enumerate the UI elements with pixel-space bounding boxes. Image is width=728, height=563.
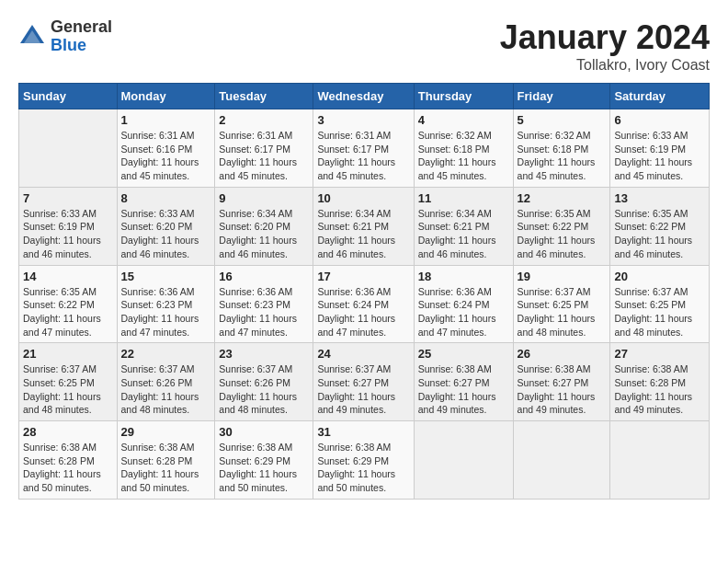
day-info: Sunrise: 6:34 AMSunset: 6:21 PMDaylight:…	[418, 207, 509, 261]
calendar-cell: 23Sunrise: 6:37 AMSunset: 6:26 PMDayligh…	[215, 343, 313, 421]
calendar-cell: 13Sunrise: 6:35 AMSunset: 6:22 PMDayligh…	[610, 187, 710, 265]
day-info: Sunrise: 6:31 AMSunset: 6:17 PMDaylight:…	[219, 129, 309, 183]
day-info: Sunrise: 6:38 AMSunset: 6:29 PMDaylight:…	[219, 441, 309, 495]
logo-icon	[18, 23, 46, 51]
calendar-cell: 31Sunrise: 6:38 AMSunset: 6:29 PMDayligh…	[313, 421, 414, 500]
day-info: Sunrise: 6:32 AMSunset: 6:18 PMDaylight:…	[518, 129, 607, 183]
calendar-cell: 25Sunrise: 6:38 AMSunset: 6:27 PMDayligh…	[414, 343, 513, 421]
calendar-cell: 2Sunrise: 6:31 AMSunset: 6:17 PMDaylight…	[215, 109, 313, 188]
day-number: 10	[317, 191, 409, 205]
calendar-cell: 8Sunrise: 6:33 AMSunset: 6:20 PMDaylight…	[117, 187, 215, 265]
header-day-thursday: Thursday	[414, 84, 513, 109]
calendar-cell: 1Sunrise: 6:31 AMSunset: 6:16 PMDaylight…	[117, 109, 215, 188]
day-info: Sunrise: 6:36 AMSunset: 6:23 PMDaylight:…	[219, 285, 309, 339]
day-number: 5	[518, 113, 607, 127]
day-info: Sunrise: 6:36 AMSunset: 6:24 PMDaylight:…	[317, 285, 409, 339]
calendar-week-4: 21Sunrise: 6:37 AMSunset: 6:25 PMDayligh…	[19, 343, 710, 421]
day-info: Sunrise: 6:34 AMSunset: 6:20 PMDaylight:…	[219, 207, 309, 261]
page-title: January 2024	[500, 18, 710, 57]
calendar-cell: 20Sunrise: 6:37 AMSunset: 6:25 PMDayligh…	[610, 265, 710, 343]
day-info: Sunrise: 6:33 AMSunset: 6:20 PMDaylight:…	[121, 207, 211, 261]
day-number: 13	[614, 191, 705, 205]
day-number: 23	[219, 347, 309, 361]
calendar-cell	[19, 109, 118, 188]
calendar-table: SundayMondayTuesdayWednesdayThursdayFrid…	[18, 83, 710, 500]
header-day-sunday: Sunday	[19, 84, 118, 109]
logo-text: General Blue	[51, 18, 112, 55]
day-info: Sunrise: 6:32 AMSunset: 6:18 PMDaylight:…	[418, 129, 509, 183]
calendar-cell: 29Sunrise: 6:38 AMSunset: 6:28 PMDayligh…	[117, 421, 215, 500]
calendar-week-2: 7Sunrise: 6:33 AMSunset: 6:19 PMDaylight…	[19, 187, 710, 265]
calendar-week-1: 1Sunrise: 6:31 AMSunset: 6:16 PMDaylight…	[19, 109, 710, 188]
day-number: 18	[418, 270, 509, 283]
day-info: Sunrise: 6:38 AMSunset: 6:28 PMDaylight:…	[23, 441, 113, 495]
logo-general: General	[51, 18, 112, 37]
calendar-cell: 12Sunrise: 6:35 AMSunset: 6:22 PMDayligh…	[513, 187, 610, 265]
calendar-week-5: 28Sunrise: 6:38 AMSunset: 6:28 PMDayligh…	[19, 421, 710, 500]
day-info: Sunrise: 6:35 AMSunset: 6:22 PMDaylight:…	[518, 207, 607, 261]
day-info: Sunrise: 6:33 AMSunset: 6:19 PMDaylight:…	[614, 129, 705, 183]
calendar-cell: 28Sunrise: 6:38 AMSunset: 6:28 PMDayligh…	[19, 421, 118, 500]
calendar-cell: 9Sunrise: 6:34 AMSunset: 6:20 PMDaylight…	[215, 187, 313, 265]
day-info: Sunrise: 6:37 AMSunset: 6:26 PMDaylight:…	[121, 362, 211, 417]
day-number: 6	[614, 113, 705, 127]
page-subtitle: Tollakro, Ivory Coast	[500, 57, 710, 74]
calendar-cell: 10Sunrise: 6:34 AMSunset: 6:21 PMDayligh…	[313, 187, 414, 265]
calendar-cell: 26Sunrise: 6:38 AMSunset: 6:27 PMDayligh…	[513, 343, 610, 421]
day-number: 1	[121, 113, 211, 127]
calendar-header: SundayMondayTuesdayWednesdayThursdayFrid…	[19, 84, 710, 109]
day-info: Sunrise: 6:35 AMSunset: 6:22 PMDaylight:…	[614, 207, 705, 261]
day-number: 2	[219, 113, 309, 127]
day-number: 31	[317, 425, 409, 439]
day-number: 11	[418, 191, 509, 205]
header-day-monday: Monday	[117, 84, 215, 109]
day-info: Sunrise: 6:36 AMSunset: 6:24 PMDaylight:…	[418, 285, 509, 339]
day-info: Sunrise: 6:35 AMSunset: 6:22 PMDaylight:…	[23, 285, 113, 339]
calendar-cell: 16Sunrise: 6:36 AMSunset: 6:23 PMDayligh…	[215, 265, 313, 343]
day-number: 17	[317, 270, 409, 283]
day-info: Sunrise: 6:38 AMSunset: 6:27 PMDaylight:…	[518, 362, 607, 417]
calendar-cell: 5Sunrise: 6:32 AMSunset: 6:18 PMDaylight…	[513, 109, 610, 188]
day-number: 21	[23, 347, 113, 361]
day-number: 27	[614, 347, 705, 361]
header-day-saturday: Saturday	[610, 84, 710, 109]
calendar-cell: 14Sunrise: 6:35 AMSunset: 6:22 PMDayligh…	[19, 265, 118, 343]
day-info: Sunrise: 6:37 AMSunset: 6:25 PMDaylight:…	[518, 285, 607, 339]
calendar-week-3: 14Sunrise: 6:35 AMSunset: 6:22 PMDayligh…	[19, 265, 710, 343]
calendar-cell: 17Sunrise: 6:36 AMSunset: 6:24 PMDayligh…	[313, 265, 414, 343]
day-info: Sunrise: 6:36 AMSunset: 6:23 PMDaylight:…	[121, 285, 211, 339]
page-header: General Blue January 2024 Tollakro, Ivor…	[18, 18, 710, 74]
day-number: 19	[518, 270, 607, 283]
calendar-cell: 21Sunrise: 6:37 AMSunset: 6:25 PMDayligh…	[19, 343, 118, 421]
day-info: Sunrise: 6:37 AMSunset: 6:26 PMDaylight:…	[219, 362, 309, 417]
day-info: Sunrise: 6:31 AMSunset: 6:16 PMDaylight:…	[121, 129, 211, 183]
day-info: Sunrise: 6:38 AMSunset: 6:28 PMDaylight:…	[614, 362, 705, 417]
day-number: 8	[121, 191, 211, 205]
logo: General Blue	[18, 18, 112, 55]
day-number: 16	[219, 270, 309, 283]
day-info: Sunrise: 6:37 AMSunset: 6:25 PMDaylight:…	[614, 285, 705, 339]
day-number: 4	[418, 113, 509, 127]
calendar-cell: 18Sunrise: 6:36 AMSunset: 6:24 PMDayligh…	[414, 265, 513, 343]
header-day-friday: Friday	[513, 84, 610, 109]
day-number: 15	[121, 270, 211, 283]
day-number: 14	[23, 270, 113, 283]
calendar-cell	[610, 421, 710, 500]
header-day-tuesday: Tuesday	[215, 84, 313, 109]
day-info: Sunrise: 6:38 AMSunset: 6:28 PMDaylight:…	[121, 441, 211, 495]
day-info: Sunrise: 6:37 AMSunset: 6:25 PMDaylight:…	[23, 362, 113, 417]
calendar-cell	[513, 421, 610, 500]
calendar-cell: 11Sunrise: 6:34 AMSunset: 6:21 PMDayligh…	[414, 187, 513, 265]
day-info: Sunrise: 6:38 AMSunset: 6:29 PMDaylight:…	[317, 441, 409, 495]
header-row: SundayMondayTuesdayWednesdayThursdayFrid…	[19, 84, 710, 109]
calendar-cell: 3Sunrise: 6:31 AMSunset: 6:17 PMDaylight…	[313, 109, 414, 188]
day-info: Sunrise: 6:33 AMSunset: 6:19 PMDaylight:…	[23, 207, 113, 261]
calendar-cell: 22Sunrise: 6:37 AMSunset: 6:26 PMDayligh…	[117, 343, 215, 421]
calendar-cell: 7Sunrise: 6:33 AMSunset: 6:19 PMDaylight…	[19, 187, 118, 265]
day-number: 20	[614, 270, 705, 283]
calendar-cell: 27Sunrise: 6:38 AMSunset: 6:28 PMDayligh…	[610, 343, 710, 421]
calendar-cell	[414, 421, 513, 500]
day-number: 26	[518, 347, 607, 361]
calendar-cell: 30Sunrise: 6:38 AMSunset: 6:29 PMDayligh…	[215, 421, 313, 500]
day-number: 3	[317, 113, 409, 127]
